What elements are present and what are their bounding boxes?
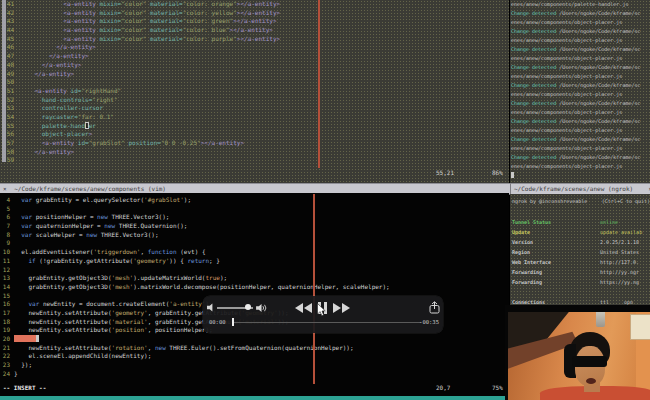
colorcolumn-bottom [313, 194, 315, 384]
ngrok-value: 2.0.25/2.1.18 [600, 239, 639, 245]
share-icon[interactable] [429, 301, 440, 314]
code-line: 13 grabEntity.getObject3D('mesh').update… [0, 274, 509, 283]
code-line: Change detected /Users/ngoke/Code/kframe… [511, 99, 650, 108]
pane-title-right: ~/Code/kframe/scenes/anew (ngrok) [514, 185, 633, 192]
elapsed-time: 00:00 [209, 317, 226, 327]
can [596, 312, 605, 327]
code-line: Change detected /Users/ngoke/Code/kframe… [511, 27, 650, 36]
line-number: 6 [0, 213, 10, 222]
code-line: 52 hand-controls="right" [0, 96, 509, 105]
code-line: 58 </a-entity> [0, 148, 509, 157]
screen: 41 <a-entity mixin="color" material="col… [0, 0, 650, 400]
line-number: 12 [0, 266, 10, 275]
line-number: 20 [0, 335, 10, 344]
code-line: 42 <a-entity mixin="color" material="col… [0, 9, 509, 18]
webcam-photo [508, 312, 650, 400]
ngrok-row [512, 287, 650, 297]
line-number: 13 [0, 274, 10, 283]
code-line: 51 <a-entity id="rightHand" [0, 87, 509, 96]
code-line: 55 palette-handler [0, 122, 509, 131]
ngrok-label: Update [512, 227, 600, 237]
ngrok-status-table: Tunnel StatusonlineUpdateupdate availabV… [512, 217, 650, 307]
window [630, 314, 650, 340]
scrollbar[interactable] [2, 0, 6, 162]
code-line: 6 var positionHelper = new THREE.Vector3… [0, 213, 509, 222]
terminal-pane-watch[interactable]: enes/anew/components/palette-handler.jsC… [510, 0, 650, 183]
ngrok-label: Version [512, 237, 600, 247]
line-number: 19 [0, 326, 10, 335]
code-line: enes/anew/components/object-placer.js [511, 18, 650, 27]
rewind-icon[interactable] [295, 303, 313, 313]
code-line: Change detected /Users/ngoke/Code/kframe… [511, 9, 650, 18]
line-number: 7 [0, 222, 10, 231]
code-line: 4 var grabEntity = el.querySelector('#gr… [0, 196, 509, 205]
code-line: 24} [0, 370, 509, 379]
volume-down-icon[interactable] [207, 303, 216, 312]
code-line: 10 el.addEventListener('triggerdown', fu… [0, 248, 509, 257]
code-line: Change detected /Users/ngoke/Code/kframe… [511, 45, 650, 54]
code-line: 9 [0, 239, 509, 248]
ngrok-row: RegionUnited States [512, 247, 650, 257]
mouse-cursor [317, 302, 326, 321]
ngrok-value: https://yy.ng [600, 279, 639, 285]
line-number: 23 [0, 361, 10, 370]
code-line: 43 <a-entity mixin="color" material="col… [0, 17, 509, 26]
code-line: Change detected /Users/ngoke/Code/kframe… [511, 135, 650, 144]
ngrok-row: Version2.0.25/2.1.18 [512, 237, 650, 247]
volume-slider-knob[interactable] [245, 304, 251, 310]
code-line: 50 [0, 78, 509, 87]
vim-mode-indicator: -- INSERT -- [3, 383, 46, 393]
code-line: 59 [0, 156, 509, 165]
ngrok-value: update availab [600, 229, 642, 235]
code-line: Change detected /Users/ngoke/Code/kframe… [511, 153, 650, 162]
code-line: enes/anew/components/object-placer.js [511, 144, 650, 153]
code-line: 48 </a-entity> [0, 61, 509, 70]
terminal-pane-ngrok[interactable]: ngrok by @inconshreveable (Ctrl+C to qui… [510, 194, 650, 307]
code-line: 53 controller-cursor [0, 104, 509, 113]
progress-knob[interactable] [232, 318, 234, 326]
line-number: 11 [0, 257, 10, 266]
ngrok-label: Forwarding [512, 277, 600, 287]
ngrok-value: United States [600, 249, 639, 255]
code-line: 45 <a-entity mixin="color" material="col… [0, 35, 509, 44]
code-line: 11 if (!grabEntity.getAttribute('geometr… [0, 257, 509, 266]
line-number: 5 [0, 205, 10, 214]
line-number: 10 [0, 248, 10, 257]
line-number: 16 [0, 300, 10, 309]
code-line: 54 raycaster="far: 0.1" [0, 113, 509, 122]
volume-up-icon[interactable] [256, 303, 268, 313]
ngrok-row: Tunnel Statusonline [512, 217, 650, 227]
code-line: 49 </a-entity> [0, 70, 509, 79]
ngrok-row: Updateupdate availab [512, 227, 650, 237]
code-line: 7 var quaternionHelper = new THREE.Quate… [0, 222, 509, 231]
code-line: 44 <a-entity mixin="color" material="col… [0, 26, 509, 35]
ngrok-label: Web Interface [512, 257, 600, 267]
code-line: enes/anew/components/object-placer.js [511, 108, 650, 117]
code-line: Change detected /Users/ngoke/Code/kframe… [511, 81, 650, 90]
code-line: Change detected /Users/ngoke/Code/kframe… [511, 63, 650, 72]
code-line: enes/anew/components/object-placer.js [511, 126, 650, 135]
ngrok-row: Web Interfacehttp://127.0. [512, 257, 650, 267]
code-line: enes/anew/components/object-placer.js [511, 36, 650, 45]
ngrok-value: http://yy.ngr [600, 269, 639, 275]
remaining-time: -00:35 [419, 317, 439, 327]
code-line: 5 [0, 205, 509, 214]
ngrok-quit-hint: (Ctrl+C to quit) [602, 196, 650, 206]
vim-scroll-percent-bottom: 75% [492, 383, 503, 393]
code-line [511, 171, 650, 180]
ngrok-row: Forwardinghttp://yy.ngr [512, 267, 650, 277]
sunglasses [572, 356, 607, 367]
ngrok-label: Region [512, 247, 600, 257]
code-line: enes/anew/components/object-placer.js [511, 72, 650, 81]
ngrok-value: http://127.0. [600, 259, 639, 265]
code-line: enes/anew/components/object-placer.js [511, 90, 650, 99]
fast-forward-icon[interactable] [333, 303, 351, 313]
close-pane-icon[interactable]: × [3, 185, 7, 192]
editor-pane-aframe-html[interactable]: 41 <a-entity mixin="color" material="col… [0, 0, 509, 183]
progress-track[interactable] [233, 322, 421, 323]
code-line: 41 <a-entity mixin="color" material="col… [0, 0, 509, 9]
ngrok-row: Forwardinghttps://yy.ng [512, 277, 650, 287]
ngrok-label: Forwarding [512, 267, 600, 277]
code-line: 56 object-placer> [0, 130, 509, 139]
code-line: 12 [0, 266, 509, 275]
